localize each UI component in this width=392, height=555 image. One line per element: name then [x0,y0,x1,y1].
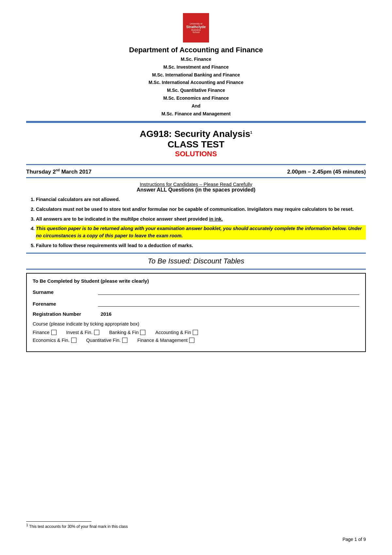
checkbox-finance-management: Finance & Management [137,338,194,343]
student-completion-box: To Be Completed by Student (please write… [26,273,366,352]
accounting-fin-checkbox[interactable] [193,330,198,335]
university-logo: University of Strathclyde BusinessSchool [183,13,209,42]
degree-item-7: And [26,102,366,110]
surname-field-row: Surname [33,288,359,295]
forename-line[interactable] [98,299,359,307]
instruction-item-5: Failure to follow these requirements wil… [36,242,366,249]
degree-item-5: M.Sc. Quantitative Finance [26,87,366,94]
checkbox-quantitative-fin: Quantitative Fin. [86,338,128,343]
course-title: AG918: Security Analysis1 [26,129,366,139]
page: University of Strathclyde BusinessSchool… [0,0,392,555]
instruction-item-3: All answers are to be indicated in the m… [36,216,366,223]
finance-checkbox[interactable] [51,330,57,335]
student-box-title: To Be Completed by Student (please write… [33,278,359,284]
class-test-label: CLASS TEST [26,139,366,150]
degree-item-1: M.Sc. Finance [26,56,366,63]
instruction-item-1: Financial calculators are not allowed. [36,196,366,203]
footnote-area: 1 This test accounts for 30% of your fin… [26,521,366,529]
accounting-fin-label: Accounting & Fin [155,330,191,335]
course-section: AG918: Security Analysis1 CLASS TEST SOL… [26,126,366,161]
checkbox-finance: Finance [33,330,57,335]
footnote-number: 1 [26,523,28,527]
to-be-issued: To Be Issued: Discount Tables [26,254,366,269]
checkbox-invest-fin: Invest & Fin. [66,330,100,335]
checkbox-accounting-fin: Accounting & Fin [155,330,198,335]
course-title-text: AG918: Security Analysis [140,129,250,139]
blue-rule-bottom [26,122,366,123]
instructions-list: Financial calculators are not allowed. C… [36,196,366,249]
economics-fin-label: Economics & Fin. [33,338,70,343]
forename-field-row: Forename [33,299,359,307]
degree-item-6: M.Sc. Economics and Finance [26,94,366,102]
blue-rule-5 [26,269,366,270]
blue-rule-3 [26,177,366,178]
instructions-bold-header: Answer ALL Questions (in the spaces prov… [26,187,366,193]
instruction-item-2: Calculators must not be used to store te… [36,206,366,213]
page-number: Page 1 of 9 [342,537,366,542]
degree-item-8: M.Sc. Finance and Management [26,110,366,118]
checkbox-banking-fin: Banking & Fin [109,330,145,335]
surname-line[interactable] [98,288,359,295]
exam-time: 2.00pm – 2.45pm (45 minutes) [287,169,366,175]
logo-strathclyde-text: Strathclyde [186,25,206,29]
date-rest: March 2017 [60,169,91,175]
logo-container: University of Strathclyde BusinessSchool [26,13,366,42]
date-suffix: nd [56,168,60,172]
footnote-text: 1 This test accounts for 30% of your fin… [26,523,366,529]
forename-label: Forename [33,301,98,307]
logo-business-text: BusinessSchool [191,29,201,33]
instructions-underline-header: Instructions for Candidates – Please Rea… [26,181,366,187]
checkbox-row-2: Economics & Fin. Quantitative Fin. Finan… [33,338,359,343]
registration-field-row: Registration Number 2016 [33,311,359,317]
banking-fin-label: Banking & Fin [109,330,139,335]
course-footnote-number: 1 [250,130,252,134]
checkbox-row-1: Finance Invest & Fin. Banking & Fin Acco… [33,330,359,335]
footnote-rule [26,521,91,522]
course-prompt: Course (please indicate by ticking appro… [33,321,359,327]
registration-label: Registration Number [33,311,98,317]
finance-management-checkbox[interactable] [189,338,194,343]
quantitative-fin-checkbox[interactable] [122,338,127,343]
registration-value: 2016 [101,311,111,317]
date-prefix: Thursday 2 [26,169,56,175]
banking-fin-checkbox[interactable] [140,330,145,335]
instructions-header: Instructions for Candidates – Please Rea… [26,181,366,193]
quantitative-fin-label: Quantitative Fin. [86,338,121,343]
finance-label: Finance [33,330,50,335]
economics-fin-checkbox[interactable] [71,338,76,343]
blue-rule-2 [26,164,366,165]
invest-fin-label: Invest & Fin. [66,330,93,335]
footnote-content: This test accounts for 30% of your final… [29,524,128,529]
degree-item-2: M.Sc. Investment and Finance [26,63,366,71]
checkbox-economics-fin: Economics & Fin. [33,338,76,343]
surname-label: Surname [33,289,98,295]
invest-fin-checkbox[interactable] [94,330,99,335]
degree-item-4: M.Sc. International Accounting and Finan… [26,79,366,87]
solutions-label: SOLUTIONS [26,150,366,158]
date-time-row: Thursday 2nd March 2017 2.00pm – 2.45pm … [26,168,366,175]
dept-title: Department of Accounting and Finance [26,46,366,54]
degree-item-3: M.Sc. International Banking and Finance [26,71,366,79]
finance-management-label: Finance & Management [137,338,188,343]
logo-uni-text: University of [190,23,203,25]
instruction-item-4: This question paper is to be returned al… [36,225,366,240]
header-section: University of Strathclyde BusinessSchool… [26,13,366,118]
degree-list: M.Sc. Finance M.Sc. Investment and Finan… [26,56,366,118]
exam-date: Thursday 2nd March 2017 [26,168,91,175]
